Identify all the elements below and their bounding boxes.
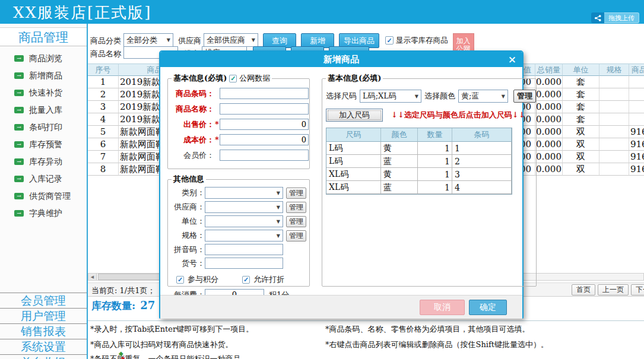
- cell-barcode[interactable]: 1: [452, 142, 512, 155]
- cell-sales: 0.000: [535, 138, 563, 151]
- sidebar-item-product-browse[interactable]: →商品浏览: [0, 50, 87, 67]
- manage-supplier-button[interactable]: 管理: [286, 202, 306, 213]
- cell-size[interactable]: L码: [326, 142, 381, 155]
- drag-upload-button[interactable]: 拖拽上传: [591, 12, 639, 23]
- manage-size-color-button[interactable]: 管理: [513, 90, 536, 103]
- col-header-spec: 规格: [599, 63, 629, 76]
- menu-arrow-icon: →: [14, 210, 24, 217]
- basic-info-group: 基本信息(必填) ✓ 公网数据 商品条码： 商品名称： 出售价：* 成本价：* …: [167, 73, 310, 169]
- cell-size[interactable]: XL码: [326, 181, 381, 194]
- sidebar-item-stock-warning[interactable]: →库存预警: [0, 136, 87, 153]
- sidebar-section-title: 商品管理: [0, 27, 87, 46]
- ok-button[interactable]: 确定: [469, 300, 507, 315]
- sidebar-item-dictionary[interactable]: →字典维护: [0, 205, 87, 222]
- sidebar-item-label: 字典维护: [29, 208, 62, 219]
- next-page-button[interactable]: 下一页: [631, 284, 644, 296]
- scroll-left-arrow-icon[interactable]: ◀: [88, 274, 97, 280]
- cell-index[interactable]: 5: [88, 126, 119, 138]
- category-field-select[interactable]: ▼: [205, 187, 283, 199]
- barcode-field-input[interactable]: [220, 88, 309, 99]
- points-checkbox[interactable]: ✓: [176, 276, 184, 284]
- basic-info-legend: 基本信息(必填): [173, 73, 227, 84]
- cell-spec: [599, 151, 629, 163]
- sidebar-item-supplier-mgmt[interactable]: →供货商管理: [0, 188, 87, 205]
- cell-index[interactable]: 7: [88, 151, 119, 163]
- menu-arrow-icon: →: [14, 72, 24, 79]
- cell-size[interactable]: XL码: [326, 168, 381, 181]
- item-no-field-input[interactable]: [205, 258, 283, 269]
- spec-field-select[interactable]: ▼: [205, 230, 283, 242]
- manage-spec-button[interactable]: 管理: [286, 230, 306, 242]
- cell-index[interactable]: 2: [88, 88, 119, 101]
- unit-field-select[interactable]: ▼: [205, 215, 283, 227]
- sidebar-item-sales-report[interactable]: 销售报表: [0, 323, 87, 339]
- cell-barcode[interactable]: 2: [452, 155, 512, 168]
- sidebar-item-add-product[interactable]: →新增商品: [0, 67, 87, 84]
- color-select[interactable]: 黄;蓝▼: [458, 90, 508, 103]
- cell-qty[interactable]: 1: [418, 155, 452, 168]
- discount-label: 允许打折: [253, 274, 284, 285]
- required-star: *: [214, 135, 220, 144]
- sidebar-item-batch-inbound[interactable]: →批量入库: [0, 101, 87, 119]
- cell-color[interactable]: 蓝: [381, 181, 418, 194]
- col-header-qty: 数量: [418, 128, 452, 142]
- cell-color[interactable]: 蓝: [381, 155, 418, 168]
- supplier-field-select[interactable]: ▼: [205, 201, 283, 213]
- name-field-input[interactable]: [220, 103, 309, 115]
- supplier-select[interactable]: 全部供应商 ▼: [204, 33, 258, 47]
- cell-qty[interactable]: 1: [418, 142, 452, 155]
- pinyin-field-input[interactable]: [205, 244, 283, 255]
- size-select[interactable]: L码;XL码▼: [360, 90, 421, 103]
- public-data-checkbox[interactable]: ✓: [229, 75, 237, 82]
- cell-index[interactable]: 6: [88, 138, 119, 151]
- sidebar-item-stock-changes[interactable]: →库存异动: [0, 153, 87, 170]
- close-icon[interactable]: ×: [508, 52, 516, 67]
- dialog-title-bar[interactable]: 新增商品 ×: [160, 52, 522, 67]
- cell-barcode[interactable]: 4: [452, 181, 512, 194]
- cell-barcode[interactable]: 3: [452, 168, 512, 181]
- cell-sales: 0.000: [535, 126, 563, 138]
- member-price-input[interactable]: [220, 150, 309, 161]
- cell-color[interactable]: 黄: [381, 168, 418, 181]
- cell-qty[interactable]: 1: [418, 181, 452, 194]
- cell-index[interactable]: 1: [88, 76, 119, 88]
- zero-stock-checkbox[interactable]: ✓: [385, 36, 394, 45]
- cancel-button[interactable]: 取消: [420, 300, 465, 315]
- cost-price-input[interactable]: [220, 134, 309, 145]
- sidebar-item-barcode-print[interactable]: →条码打印: [0, 119, 87, 136]
- discount-checkbox[interactable]: ✓: [242, 276, 250, 284]
- cell-sales: 0.000: [535, 76, 563, 88]
- cell-barcode: 916: [629, 126, 644, 138]
- cell-sales: 0.000: [535, 163, 563, 176]
- sidebar-item-quick-restock[interactable]: →快速补货: [0, 84, 87, 101]
- spec-field-label: 规格：: [169, 230, 205, 241]
- category-label: 商品分类: [90, 36, 121, 46]
- barcode-field-label: 商品条码：: [169, 88, 214, 99]
- cell-index[interactable]: 8: [88, 163, 119, 176]
- cell-index[interactable]: 3: [88, 101, 119, 113]
- cell-spec: [599, 88, 629, 101]
- cell-spec: [599, 113, 629, 126]
- sidebar-nav: →商品浏览 →新增商品 →快速补货 →批量入库 →条码打印 →库存预警 →库存异…: [0, 50, 87, 222]
- first-page-button[interactable]: 首页: [572, 284, 595, 296]
- prev-page-button[interactable]: 上一页: [598, 284, 629, 296]
- sidebar-item-member-mgmt[interactable]: 会员管理: [0, 293, 87, 308]
- sidebar-item-cashier[interactable]: 前台收银: [0, 354, 87, 359]
- cell-qty[interactable]: 1: [418, 168, 452, 181]
- sell-price-label: 出售价：: [169, 119, 214, 130]
- manage-unit-button[interactable]: 管理: [286, 216, 306, 227]
- cell-unit: 双: [563, 163, 599, 176]
- sell-price-input[interactable]: [220, 119, 309, 130]
- size-color-table: 尺码 颜色 数量 条码 L码 黄 1 1 L码 蓝 1 2 XL码 黄 1 3 …: [326, 128, 512, 195]
- sidebar-item-system-settings[interactable]: 系统设置: [0, 339, 87, 354]
- sidebar-item-user-mgmt[interactable]: 用户管理: [0, 308, 87, 323]
- share-icon: [591, 12, 604, 23]
- cell-index[interactable]: 4: [88, 113, 119, 126]
- cell-size[interactable]: L码: [326, 155, 381, 168]
- note-required-fields: *商品条码、名称、零售价格为必填项目，其他项目可选填。: [325, 324, 530, 335]
- manage-category-button[interactable]: 管理: [286, 188, 306, 199]
- cell-color[interactable]: 黄: [381, 142, 418, 155]
- sidebar-item-inbound-records[interactable]: →入库记录: [0, 170, 87, 188]
- add-size-button[interactable]: 加入尺码: [326, 109, 383, 122]
- category-select[interactable]: 全部分类 ▼: [123, 33, 173, 47]
